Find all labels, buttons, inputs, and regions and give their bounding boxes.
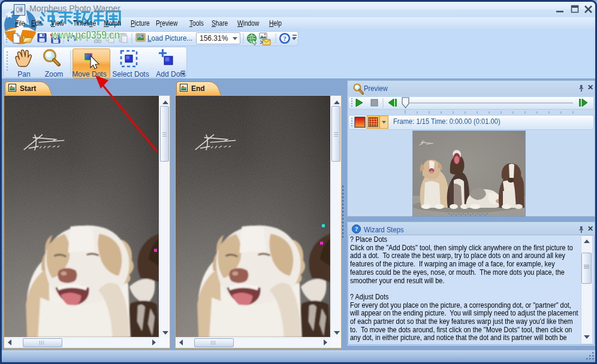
svg-text:www.pc0359.cn: www.pc0359.cn: [51, 28, 120, 41]
svg-text:?: ?: [355, 226, 358, 232]
svg-text:?: ?: [283, 35, 287, 42]
